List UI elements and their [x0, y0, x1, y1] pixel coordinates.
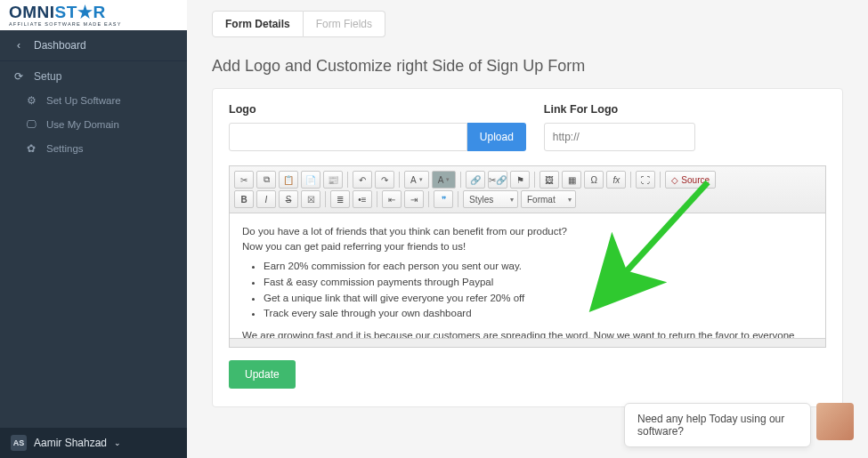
editor-bullet: Get a unique link that will give everyon… — [264, 291, 813, 306]
italic-icon[interactable]: I — [256, 190, 276, 208]
editor-paragraph: We are growing fast and it is because ou… — [242, 328, 813, 338]
user-menu[interactable]: AS Aamir Shahzad ⌄ — [0, 428, 187, 458]
nav-label: Dashboard — [34, 39, 86, 52]
brand-logo[interactable]: OMNIST★R AFFILIATE SOFTWARE MADE EASY — [0, 0, 187, 30]
format-select[interactable]: Format — [521, 190, 576, 208]
nav-group-setup[interactable]: ⟳ Setup — [0, 61, 187, 88]
link-icon[interactable]: 🔗 — [466, 171, 485, 189]
undo-icon[interactable]: ↶ — [353, 171, 372, 189]
editor-bullet: Earn 20% commission for each person you … — [264, 259, 813, 274]
logo-file-input[interactable] — [229, 123, 467, 151]
editor-resize-handle[interactable] — [230, 338, 825, 347]
gauge-icon: ⟳ — [12, 70, 25, 83]
source-button[interactable]: ◇ Source — [665, 171, 716, 189]
bg-color-icon[interactable]: A▾ — [432, 171, 457, 189]
monitor-icon: 🖵 — [25, 119, 37, 130]
chevron-down-icon: ⌄ — [114, 438, 121, 447]
nav-item-use-domain[interactable]: 🖵 Use My Domain — [0, 113, 187, 136]
main-content: Form Details Form Fields Add Logo and Cu… — [187, 0, 868, 458]
user-initials: AS — [11, 435, 27, 451]
nav-item-settings[interactable]: ✿ Settings — [0, 136, 187, 161]
chevron-left-icon: ‹ — [12, 39, 25, 52]
blockquote-icon[interactable]: ❞ — [434, 190, 453, 208]
styles-select[interactable]: Styles — [463, 190, 518, 208]
image-icon[interactable]: 🖼 — [539, 171, 559, 189]
nav-item-label: Use My Domain — [46, 119, 119, 130]
tab-bar: Form Details Form Fields — [212, 11, 843, 37]
paste-text-icon[interactable]: 📄 — [301, 171, 320, 189]
copy-icon[interactable]: ⧉ — [256, 171, 276, 189]
logo-link-input[interactable] — [544, 123, 695, 151]
editor-bullet: Fast & easy commission payments through … — [264, 275, 813, 290]
logo-label: Logo — [229, 103, 526, 116]
bold-icon[interactable]: B — [234, 190, 254, 208]
ordered-list-icon[interactable]: ≣ — [330, 190, 350, 208]
table-icon[interactable]: ▦ — [562, 171, 581, 189]
nav-item-label: Settings — [46, 143, 84, 154]
paste-word-icon[interactable]: 📰 — [323, 171, 343, 189]
tab-form-fields[interactable]: Form Fields — [304, 11, 385, 37]
redo-icon[interactable]: ↷ — [375, 171, 394, 189]
unlink-icon[interactable]: ✂🔗 — [488, 171, 507, 189]
editor-toolbar: ✂ ⧉ 📋 📄 📰 ↶ ↷ A▾ A▾ 🔗 ✂🔗 — [230, 166, 825, 213]
cut-icon[interactable]: ✂ — [234, 171, 254, 189]
link-label: Link For Logo — [544, 103, 826, 116]
gear-icon: ✿ — [25, 142, 37, 155]
special-char-icon[interactable]: Ω — [584, 171, 604, 189]
nav-group-label: Setup — [34, 70, 61, 83]
indent-icon[interactable]: ⇥ — [404, 190, 424, 208]
nav-item-label: Set Up Software — [46, 95, 121, 106]
editor-paragraph: Now you can get paid referring your frie… — [242, 239, 813, 254]
editor-body[interactable]: Do you have a lot of friends that you th… — [230, 213, 825, 338]
update-button[interactable]: Update — [229, 360, 296, 389]
outdent-icon[interactable]: ⇤ — [382, 190, 402, 208]
tab-form-details[interactable]: Form Details — [212, 11, 304, 37]
chat-bubble: Need any help Today using our software? — [624, 403, 811, 447]
chat-avatar — [816, 403, 854, 440]
strike-icon[interactable]: S — [279, 190, 298, 208]
remove-format-icon[interactable]: ☒ — [301, 190, 320, 208]
editor-paragraph: Do you have a lot of friends that you th… — [242, 224, 813, 239]
paste-icon[interactable]: 📋 — [279, 171, 298, 189]
anchor-icon[interactable]: ⚑ — [510, 171, 530, 189]
nav-item-setup-software[interactable]: ⚙ Set Up Software — [0, 88, 187, 113]
text-color-icon[interactable]: A▾ — [404, 171, 429, 189]
editor-bullet: Track every sale through your own dashbo… — [264, 306, 813, 321]
chat-widget[interactable]: Need any help Today using our software? — [624, 403, 854, 447]
sidebar: OMNIST★R AFFILIATE SOFTWARE MADE EASY ‹ … — [0, 0, 187, 458]
upload-button[interactable]: Upload — [467, 123, 526, 151]
function-icon[interactable]: fx — [606, 171, 626, 189]
form-panel: Logo Upload Link For Logo ✂ ⧉ 📋 — [212, 88, 843, 407]
cogs-icon: ⚙ — [25, 94, 37, 107]
nav-dashboard[interactable]: ‹ Dashboard — [0, 30, 187, 61]
user-name: Aamir Shahzad — [34, 437, 107, 449]
rich-text-editor: ✂ ⧉ 📋 📄 📰 ↶ ↷ A▾ A▾ 🔗 ✂🔗 — [229, 165, 826, 348]
unordered-list-icon[interactable]: •≡ — [353, 190, 372, 208]
maximize-icon[interactable]: ⛶ — [636, 171, 655, 189]
page-title: Add Logo and Customize right Side of Sig… — [212, 57, 843, 76]
